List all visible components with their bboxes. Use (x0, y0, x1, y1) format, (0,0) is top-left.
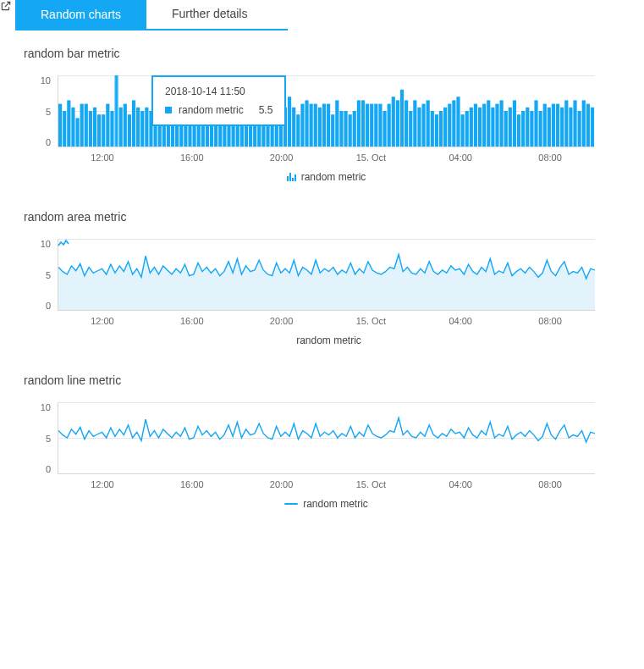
svg-rect-116 (560, 108, 564, 147)
svg-rect-68 (353, 111, 356, 147)
svg-rect-105 (513, 100, 516, 147)
svg-rect-115 (556, 104, 559, 147)
x-tick: 20:00 (237, 152, 327, 163)
svg-rect-16 (128, 114, 131, 147)
svg-rect-0 (58, 104, 62, 147)
svg-rect-76 (388, 104, 391, 147)
x-tick: 08:00 (505, 479, 595, 489)
svg-rect-94 (465, 111, 469, 147)
svg-rect-54 (292, 108, 295, 147)
tab-bar: Random charts Further details (0, 0, 644, 31)
svg-rect-3 (71, 108, 74, 147)
svg-rect-67 (349, 114, 352, 147)
y-tick: 5 (34, 107, 51, 117)
svg-rect-91 (452, 100, 455, 147)
y-axis: 10 5 0 (34, 75, 51, 147)
svg-rect-40 (232, 108, 235, 147)
svg-rect-120 (578, 111, 581, 147)
tab-further-details[interactable]: Further details (146, 0, 288, 30)
svg-rect-49 (271, 108, 274, 147)
svg-rect-78 (396, 100, 399, 147)
svg-rect-2 (67, 100, 70, 147)
svg-rect-65 (339, 111, 343, 147)
svg-rect-60 (318, 108, 322, 147)
svg-rect-51 (279, 111, 283, 147)
svg-rect-42 (240, 100, 244, 147)
chart-section-area: random area metric 10 5 0 12:00 16:00 20… (0, 195, 644, 358)
svg-rect-103 (504, 111, 508, 147)
svg-rect-34 (206, 111, 209, 147)
svg-rect-86 (431, 111, 434, 147)
x-tick: 15. Oct (326, 316, 416, 326)
svg-rect-79 (400, 90, 404, 147)
legend-label: random metric (296, 334, 361, 346)
legend-item[interactable]: random metric (58, 326, 595, 353)
svg-rect-74 (378, 104, 382, 147)
svg-rect-61 (322, 104, 326, 147)
svg-rect-110 (534, 100, 537, 147)
y-tick: 5 (34, 270, 51, 280)
svg-rect-52 (283, 108, 287, 147)
svg-rect-99 (487, 100, 490, 147)
chart-section-line: random line metric 10 5 0 12:00 16:00 20… (0, 358, 644, 522)
legend-item[interactable]: random metric (58, 489, 595, 517)
svg-rect-66 (344, 111, 347, 147)
svg-rect-9 (97, 114, 101, 147)
x-axis: 12:00 16:00 20:00 15. Oct 04:00 08:00 (58, 474, 595, 489)
svg-rect-25 (167, 104, 170, 147)
svg-rect-97 (478, 108, 482, 147)
y-axis: 10 5 0 (34, 239, 51, 311)
x-tick: 08:00 (505, 316, 595, 326)
svg-rect-111 (539, 111, 542, 147)
svg-rect-29 (184, 108, 187, 147)
svg-rect-122 (586, 104, 590, 147)
svg-rect-18 (136, 108, 140, 147)
svg-rect-32 (197, 100, 201, 147)
x-tick: 16:00 (147, 479, 237, 489)
x-tick: 16:00 (147, 316, 237, 326)
y-tick: 0 (34, 137, 51, 147)
plot-area[interactable] (58, 239, 595, 311)
svg-rect-12 (110, 111, 113, 147)
svg-rect-47 (261, 97, 265, 147)
svg-rect-45 (253, 104, 256, 147)
svg-rect-5 (80, 104, 84, 147)
legend-label: random metric (303, 498, 368, 510)
svg-rect-71 (366, 104, 369, 147)
svg-rect-121 (582, 100, 586, 147)
chart-area[interactable]: 10 5 0 2018-10-14 11:50 random metric 5.… (58, 75, 595, 190)
tab-label: Random charts (41, 8, 121, 21)
svg-rect-73 (374, 104, 377, 147)
x-tick: 04:00 (416, 152, 505, 163)
plot-area[interactable]: 2018-10-14 11:50 random metric 5.5 (58, 75, 595, 147)
chart-area[interactable]: 10 5 0 12:00 16:00 20:00 15. Oct 04:00 0… (58, 239, 595, 353)
svg-rect-31 (193, 100, 196, 147)
svg-rect-87 (435, 114, 438, 147)
svg-rect-77 (392, 97, 395, 147)
svg-rect-22 (153, 104, 157, 147)
svg-rect-102 (500, 100, 504, 147)
chart-area[interactable]: 10 5 0 12:00 16:00 20:00 15. Oct 04:00 0… (58, 402, 595, 517)
svg-rect-83 (417, 108, 421, 147)
chart-title: random bar metric (24, 47, 620, 60)
x-tick: 16:00 (147, 152, 237, 163)
x-tick: 12:00 (58, 152, 147, 163)
svg-rect-15 (124, 104, 127, 147)
plot-area[interactable] (58, 402, 595, 474)
svg-rect-59 (314, 104, 317, 147)
svg-rect-50 (275, 108, 278, 147)
svg-rect-4 (75, 118, 79, 147)
svg-rect-85 (427, 100, 430, 147)
svg-rect-69 (357, 100, 361, 147)
legend-item[interactable]: random metric (58, 163, 595, 190)
chart-title: random area metric (24, 210, 620, 224)
svg-rect-24 (162, 100, 166, 147)
chart-section-bar: random bar metric 10 5 0 2018-10-14 11:5… (0, 31, 644, 195)
svg-rect-84 (421, 104, 425, 147)
svg-rect-81 (409, 111, 412, 147)
tab-random-charts[interactable]: Random charts (15, 0, 146, 30)
svg-rect-70 (361, 100, 365, 147)
x-tick: 04:00 (416, 316, 505, 326)
svg-rect-46 (257, 111, 261, 147)
svg-rect-101 (495, 104, 498, 147)
